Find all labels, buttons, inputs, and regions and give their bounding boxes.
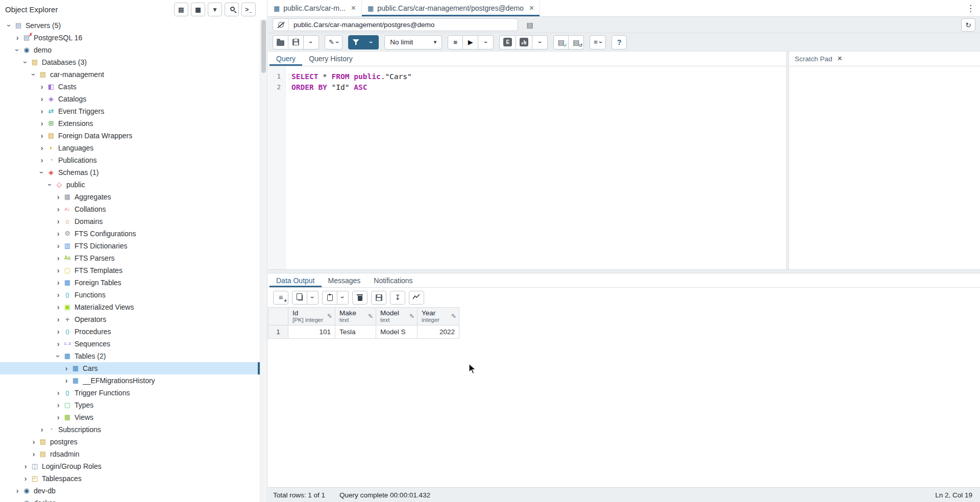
chevron-collapsed-icon[interactable]: › <box>54 230 62 237</box>
chevron-collapsed-icon[interactable]: › <box>38 83 46 90</box>
rollback-button[interactable]: ▤↺ <box>569 35 584 49</box>
tree-item-servers-5[interactable]: ›▤Servers (5) <box>0 19 260 32</box>
tree-item-rdsadmin[interactable]: ›▤rdsadmin <box>0 448 260 460</box>
chevron-collapsed-icon[interactable]: › <box>54 206 62 213</box>
tree-item-materialized-views[interactable]: ›▣Materialized Views <box>0 301 260 313</box>
data-cell[interactable]: Model S <box>376 325 418 339</box>
tree-item-domains[interactable]: ›⌂Domains <box>0 215 260 228</box>
chevron-expanded-icon[interactable]: › <box>55 352 62 360</box>
pencil-icon[interactable]: ✎ <box>451 313 456 320</box>
psql-tool-button[interactable]: >_ <box>241 3 256 16</box>
chevron-expanded-icon[interactable]: › <box>22 58 29 66</box>
tree-item-efmigrationshistory[interactable]: ›▦__EFMigrationsHistory <box>0 374 260 387</box>
tree-item-fts-configurations[interactable]: ›⚙FTS Configurations <box>0 228 260 240</box>
chevron-collapsed-icon[interactable]: › <box>54 414 62 421</box>
cancel-query-button[interactable]: ■ <box>448 35 463 49</box>
tree-item-foreign-data-wrappers[interactable]: ›▤Foreign Data Wrappers <box>0 130 260 142</box>
connection-selector[interactable]: public.Cars/car-management/postgres@demo <box>273 18 518 31</box>
grid-corner-cell[interactable] <box>268 307 288 325</box>
row-limit-select[interactable]: No limit ▾ <box>384 35 442 49</box>
chevron-collapsed-icon[interactable]: › <box>13 487 21 494</box>
sql-editor[interactable]: 12 SELECT * FROM public."Cars"ORDER BY "… <box>268 66 786 269</box>
chevron-collapsed-icon[interactable]: › <box>38 132 46 139</box>
tree-item-fts-dictionaries[interactable]: ›▥FTS Dictionaries <box>0 240 260 252</box>
pencil-icon[interactable]: ✎ <box>409 313 414 320</box>
document-tab[interactable]: ▦public.Cars/car-management/postgres@dem… <box>362 0 540 16</box>
chevron-collapsed-icon[interactable]: › <box>38 426 46 433</box>
chevron-collapsed-icon[interactable]: › <box>38 157 46 164</box>
scratch-pad-input[interactable] <box>789 66 980 269</box>
row-number-cell[interactable]: 1 <box>268 325 288 339</box>
panel-splitter-horizontal[interactable] <box>268 269 980 273</box>
chevron-collapsed-icon[interactable]: › <box>62 365 70 372</box>
tree-item-casts[interactable]: ›◧Casts <box>0 81 260 93</box>
tab-query[interactable]: Query <box>270 52 302 66</box>
explain-analyze-button[interactable] <box>516 35 532 49</box>
tree-item-functions[interactable]: ›{}Functions <box>0 289 260 301</box>
chevron-collapsed-icon[interactable]: › <box>13 499 21 502</box>
filter-button[interactable] <box>348 35 363 49</box>
filtered-rows-button[interactable]: ▼ <box>208 3 222 16</box>
column-header-year[interactable]: Yearinteger✎ <box>418 307 459 325</box>
column-header-model[interactable]: Modeltext✎ <box>376 307 418 325</box>
search-objects-button[interactable] <box>225 3 239 16</box>
column-header-make[interactable]: Maketext✎ <box>335 307 376 325</box>
chevron-collapsed-icon[interactable]: › <box>54 389 62 396</box>
save-data-changes-button[interactable] <box>371 291 386 305</box>
filter-options-button[interactable]: › <box>363 35 379 49</box>
chevron-collapsed-icon[interactable]: › <box>54 340 62 347</box>
tree-item-fts-templates[interactable]: ›▢FTS Templates <box>0 264 260 277</box>
chevron-collapsed-icon[interactable]: › <box>54 255 62 262</box>
close-tab-icon[interactable]: × <box>529 5 534 12</box>
chevron-collapsed-icon[interactable]: › <box>21 463 30 470</box>
pencil-icon[interactable]: ✎ <box>327 313 332 320</box>
tree-item-catalogs[interactable]: ›◈Catalogs <box>0 93 260 105</box>
editor-code[interactable]: SELECT * FROM public."Cars"ORDER BY "Id"… <box>286 66 786 269</box>
chevron-collapsed-icon[interactable]: › <box>54 193 62 200</box>
tree-item-publications[interactable]: ›◔Publications <box>0 154 260 166</box>
tree-item-collations[interactable]: ›A↓Collations <box>0 203 260 215</box>
chevron-collapsed-icon[interactable]: › <box>38 108 46 115</box>
chevron-collapsed-icon[interactable]: › <box>54 267 62 274</box>
chevron-collapsed-icon[interactable]: › <box>54 218 62 225</box>
explain-button[interactable]: E <box>499 35 516 49</box>
chevron-collapsed-icon[interactable]: › <box>54 242 62 249</box>
paste-options-button[interactable]: › <box>337 291 349 305</box>
tree-item-fts-parsers[interactable]: ›AaFTS Parsers <box>0 252 260 264</box>
chevron-collapsed-icon[interactable]: › <box>54 279 62 286</box>
add-row-button[interactable]: ≡+ <box>273 291 288 305</box>
tree-item-docker[interactable]: ›◉docker <box>0 497 260 502</box>
tree-item-tablespaces[interactable]: ›◰Tablespaces <box>0 472 260 485</box>
tree-item-event-triggers[interactable]: ›⇄Event Triggers <box>0 105 260 117</box>
tree-item-subscriptions[interactable]: ›◔Subscriptions <box>0 423 260 436</box>
open-file-button[interactable] <box>273 35 288 49</box>
refresh-layout-button[interactable]: ↻ <box>961 18 975 32</box>
chevron-collapsed-icon[interactable]: › <box>62 377 70 384</box>
query-tool-button[interactable]: ▤ <box>174 3 188 16</box>
chevron-collapsed-icon[interactable]: › <box>54 291 62 298</box>
edit-button[interactable]: ✎ › <box>325 35 342 49</box>
save-file-button[interactable] <box>288 35 304 49</box>
save-options-button[interactable]: › <box>304 35 319 49</box>
chevron-collapsed-icon[interactable]: › <box>38 144 46 152</box>
data-cell[interactable]: 2022 <box>418 325 459 339</box>
explain-options-button[interactable]: › <box>532 35 548 49</box>
chevron-collapsed-icon[interactable]: › <box>54 316 62 323</box>
tree-item-dev-db[interactable]: ›◉dev-db <box>0 485 260 497</box>
column-header-id[interactable]: Id[PK] integer✎ <box>288 307 335 325</box>
data-cell[interactable]: 101 <box>288 325 335 339</box>
tab-notifications[interactable]: Notifications <box>367 273 419 287</box>
pencil-icon[interactable]: ✎ <box>368 313 373 320</box>
chevron-collapsed-icon[interactable]: › <box>38 95 46 103</box>
tree-item-schemas-1[interactable]: ›◈Schemas (1) <box>0 166 260 179</box>
tree-item-public[interactable]: ›◇public <box>0 179 260 191</box>
view-data-button[interactable]: ▦ <box>191 3 205 16</box>
graph-visualiser-button[interactable] <box>409 291 424 305</box>
tree-item-car-management[interactable]: ›▤car-management <box>0 68 260 81</box>
tab-data-output[interactable]: Data Output <box>270 273 322 287</box>
execute-query-button[interactable]: ▶ <box>463 35 478 49</box>
chevron-expanded-icon[interactable]: › <box>46 181 54 189</box>
tree-item-postgresql-16[interactable]: ›▤✗PostgreSQL 16 <box>0 32 260 44</box>
chevron-collapsed-icon[interactable]: › <box>30 450 38 458</box>
more-options-icon[interactable]: ⋮ <box>966 3 975 14</box>
